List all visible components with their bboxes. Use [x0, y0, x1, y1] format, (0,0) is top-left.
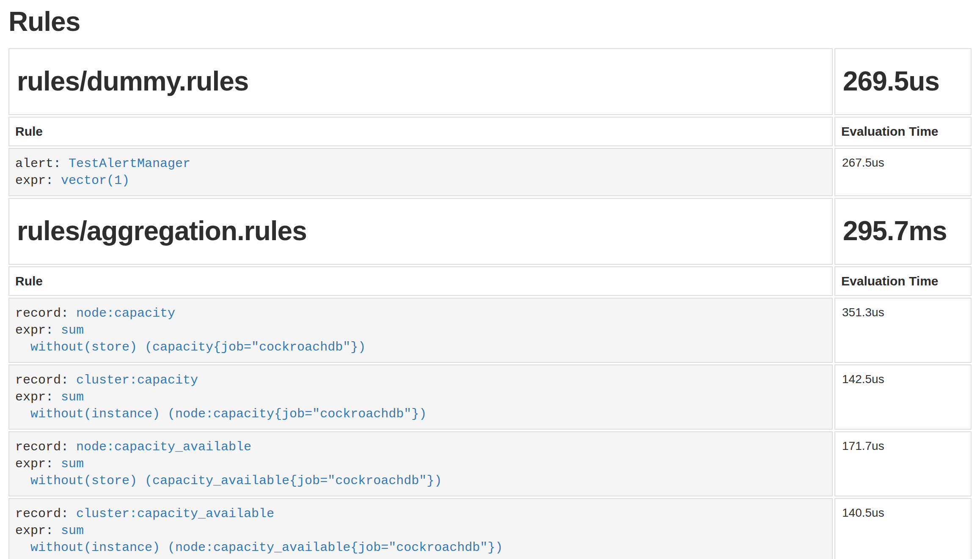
rule-column-header: Rule [8, 117, 833, 146]
rule-group-total-time-cell: 295.7ms [834, 198, 972, 265]
rule-code-line: record: node:capacity_available [15, 438, 826, 455]
rule-evaluation-time: 142.5us [834, 364, 972, 430]
rule-code-line: without(store) (capacity{job="cockroachd… [15, 339, 826, 356]
rule-row: record: node:capacityexpr: sum without(s… [8, 298, 972, 363]
rule-link[interactable]: vector(1) [61, 173, 129, 188]
rule-link[interactable]: TestAlertManager [69, 156, 190, 171]
rule-keyword: expr: [15, 523, 61, 538]
rule-keyword: expr: [15, 323, 61, 337]
rule-code-line: expr: sum [15, 455, 826, 472]
rule-keyword [15, 474, 30, 488]
rule-keyword: record: [15, 373, 76, 387]
rule-keyword: expr: [15, 457, 61, 471]
rule-evaluation-time: 267.5us [834, 148, 972, 196]
rules-table-body: rules/dummy.rules 269.5us Rule Evaluatio… [8, 48, 972, 559]
rule-keyword: record: [15, 507, 76, 521]
rule-definition-cell: record: node:capacity_availableexpr: sum… [8, 431, 833, 496]
rule-group-total-evaluation-time: 269.5us [843, 67, 963, 96]
rule-evaluation-time: 171.7us [834, 431, 972, 496]
rule-code-line: expr: sum [15, 322, 826, 339]
table-header-row: Rule Evaluation Time [8, 266, 972, 296]
rule-link[interactable]: sum [61, 523, 84, 538]
rule-code-line: expr: vector(1) [15, 172, 826, 189]
rule-code-line: without(instance) (node:capacity{job="co… [15, 406, 826, 422]
content-area: Rules rules/dummy.rules 269.5us Rule Eva… [0, 6, 980, 559]
rule-definition-cell: alert: TestAlertManagerexpr: vector(1) [8, 148, 833, 196]
rule-link[interactable]: sum [61, 457, 84, 471]
rule-keyword: expr: [15, 173, 61, 188]
rule-definition-cell: record: cluster:capacityexpr: sum withou… [8, 364, 833, 430]
rule-link[interactable]: without(store) (capacity{job="cockroachd… [30, 340, 366, 354]
rule-code-line: record: node:capacity [15, 305, 826, 322]
rule-code: record: node:capacity_availableexpr: sum… [15, 438, 826, 489]
rule-column-header: Rule [8, 266, 833, 296]
rule-link[interactable]: without(instance) (node:capacity_availab… [30, 540, 503, 555]
rule-code-line: alert: TestAlertManager [15, 155, 826, 172]
rule-row: record: cluster:capacityexpr: sum withou… [8, 364, 972, 430]
rule-keyword [15, 407, 30, 421]
rule-link[interactable]: cluster:capacity [76, 373, 198, 387]
rule-link[interactable]: cluster:capacity_available [76, 507, 274, 521]
rule-code: record: cluster:capacityexpr: sum withou… [15, 372, 826, 422]
rule-row: record: cluster:capacity_availableexpr: … [8, 498, 972, 559]
rule-keyword: record: [15, 306, 76, 321]
rule-evaluation-time: 351.3us [834, 298, 972, 363]
rules-page: { "page": { "title": "Rules" }, "colors"… [0, 0, 980, 559]
rule-group-heading-row: rules/dummy.rules 269.5us [8, 48, 972, 115]
rule-link[interactable]: without(instance) (node:capacity{job="co… [30, 407, 427, 421]
rule-keyword: record: [15, 440, 76, 454]
rule-link[interactable]: sum [61, 323, 84, 337]
rule-code-line: record: cluster:capacity [15, 372, 826, 389]
table-header-row: Rule Evaluation Time [8, 117, 972, 146]
rule-code-line: without(instance) (node:capacity_availab… [15, 539, 826, 556]
evaluation-time-column-header: Evaluation Time [834, 117, 972, 146]
rule-row: record: node:capacity_availableexpr: sum… [8, 431, 972, 496]
rule-keyword [15, 340, 30, 354]
rule-definition-cell: record: cluster:capacity_availableexpr: … [8, 498, 833, 559]
rule-code-line: expr: sum [15, 389, 826, 406]
rule-keyword: expr: [15, 390, 61, 404]
rule-code-line: without(store) (capacity_available{job="… [15, 472, 826, 489]
rule-link[interactable]: node:capacity [76, 306, 175, 321]
rule-link[interactable]: node:capacity_available [76, 440, 251, 454]
rule-evaluation-time: 140.5us [834, 498, 972, 559]
rule-definition-cell: record: node:capacityexpr: sum without(s… [8, 298, 833, 363]
page-title: Rules [8, 6, 973, 37]
rule-code-line: expr: sum [15, 522, 826, 539]
rule-link[interactable]: without(store) (capacity_available{job="… [30, 474, 442, 488]
rules-table: rules/dummy.rules 269.5us Rule Evaluatio… [7, 47, 973, 559]
rule-keyword [15, 540, 30, 555]
evaluation-time-column-header: Evaluation Time [834, 266, 972, 296]
rule-keyword: alert: [15, 156, 69, 171]
rule-group-total-evaluation-time: 295.7ms [843, 217, 963, 245]
rule-group-file-cell: rules/dummy.rules [8, 48, 833, 115]
rule-group-file-cell: rules/aggregation.rules [8, 198, 833, 265]
rule-code-line: record: cluster:capacity_available [15, 505, 826, 522]
rule-row: alert: TestAlertManagerexpr: vector(1) 2… [8, 148, 972, 196]
rule-code: record: cluster:capacity_availableexpr: … [15, 505, 826, 556]
rule-group-heading-row: rules/aggregation.rules 295.7ms [8, 198, 972, 265]
rule-group-file: rules/aggregation.rules [17, 217, 824, 245]
rule-code: alert: TestAlertManagerexpr: vector(1) [15, 155, 826, 189]
rule-link[interactable]: sum [61, 390, 84, 404]
rule-group-total-time-cell: 269.5us [834, 48, 972, 115]
rule-code: record: node:capacityexpr: sum without(s… [15, 305, 826, 356]
rule-group-file: rules/dummy.rules [17, 67, 824, 96]
